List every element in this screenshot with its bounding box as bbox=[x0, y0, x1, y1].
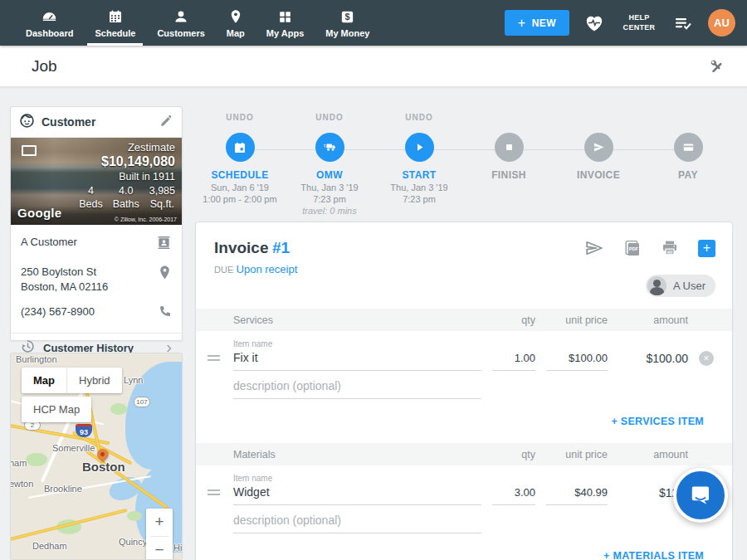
truck-icon bbox=[323, 140, 337, 154]
unit-price-column-header: unit price bbox=[546, 449, 608, 460]
amount-column-header: amount bbox=[618, 449, 688, 460]
nav-label: Dashboard bbox=[26, 28, 73, 38]
print-icon[interactable] bbox=[661, 239, 679, 257]
main-nav: Dashboard Schedule Customers Map My Apps bbox=[15, 0, 380, 46]
step-date: Thu, Jan 3 '19 bbox=[374, 183, 464, 192]
step-label: PAY bbox=[643, 169, 733, 181]
money-icon: $ bbox=[339, 7, 355, 26]
service-description-input[interactable]: description (optional) bbox=[233, 379, 481, 399]
location-pin-icon[interactable] bbox=[158, 265, 172, 284]
add-materials-item-link[interactable]: + MATERIALS ITEM bbox=[603, 550, 704, 560]
nav-item-dashboard[interactable]: Dashboard bbox=[15, 0, 84, 46]
health-heart-icon[interactable] bbox=[584, 14, 604, 32]
user-avatar[interactable]: AU bbox=[708, 9, 735, 37]
interstate-shield-93: 93 bbox=[76, 424, 92, 437]
invoice-step-button[interactable] bbox=[584, 133, 613, 162]
undo-button[interactable]: UNDO bbox=[195, 113, 285, 124]
nav-item-my-apps[interactable]: My Apps bbox=[256, 0, 315, 46]
timeline-step-pay: PAY bbox=[643, 113, 733, 216]
map-label: Brookline bbox=[44, 484, 82, 494]
top-nav: Dashboard Schedule Customers Map My Apps bbox=[0, 0, 747, 46]
baths-stat: 4.0 Baths bbox=[113, 185, 139, 211]
map-pin-icon bbox=[227, 7, 244, 26]
beds-stat: 4 Beds bbox=[79, 185, 103, 211]
zoom-in-button[interactable]: + bbox=[146, 509, 173, 536]
map-type-hybrid-button[interactable]: Hybrid bbox=[67, 368, 122, 393]
item-name-label: Item name bbox=[233, 339, 481, 348]
activity-list-icon[interactable] bbox=[674, 15, 693, 32]
material-item-unit-price-input[interactable]: $40.99 bbox=[546, 486, 608, 505]
apps-grid-icon bbox=[277, 7, 293, 26]
google-watermark: Google bbox=[17, 206, 61, 220]
map-label: Burlington bbox=[16, 354, 57, 364]
drag-handle-icon[interactable] bbox=[208, 489, 222, 505]
omw-step-button[interactable] bbox=[315, 133, 344, 162]
zillow-copyright: © Zillow, Inc. 2006-2017 bbox=[115, 217, 177, 222]
title-bar: Job bbox=[0, 46, 747, 87]
materials-section-header: Materials qty unit price amount bbox=[196, 443, 732, 465]
add-services-item-link[interactable]: + SERVICES ITEM bbox=[611, 416, 704, 427]
nav-label: My Money bbox=[325, 28, 369, 38]
undo-button[interactable]: UNDO bbox=[285, 113, 374, 124]
new-button-label: NEW bbox=[532, 17, 557, 29]
invoice-number[interactable]: #1 bbox=[272, 239, 290, 256]
due-terms-link[interactable]: Upon receipt bbox=[237, 263, 298, 275]
contact-card-icon[interactable] bbox=[156, 235, 172, 254]
nav-item-customers[interactable]: Customers bbox=[146, 0, 215, 46]
services-section-header: Services qty unit price amount bbox=[196, 309, 732, 331]
nav-item-map[interactable]: Map bbox=[216, 0, 256, 46]
invoice-actions: PDF + bbox=[584, 239, 715, 257]
new-button[interactable]: + NEW bbox=[505, 10, 569, 36]
job-tools-icon[interactable] bbox=[707, 56, 727, 76]
drag-handle-icon[interactable] bbox=[208, 355, 222, 371]
step-time: 1:00 pm - 2:00 pm bbox=[195, 194, 285, 204]
property-stats: 4 Beds 4.0 Baths 3,985 Sq.ft. bbox=[79, 185, 175, 211]
service-item-qty-input[interactable]: 1.00 bbox=[492, 352, 535, 371]
materials-section-label: Materials bbox=[233, 449, 481, 460]
hcp-map-button[interactable]: HCP Map bbox=[22, 397, 91, 422]
assigned-user-pill[interactable]: A User bbox=[646, 275, 715, 297]
start-step-button[interactable] bbox=[405, 133, 434, 162]
material-description-input[interactable]: description (optional) bbox=[233, 514, 481, 533]
chat-bubble-button[interactable] bbox=[673, 468, 728, 523]
send-invoice-icon[interactable] bbox=[584, 240, 604, 256]
nav-label: Schedule bbox=[95, 28, 135, 38]
edit-pencil-icon[interactable] bbox=[159, 114, 173, 131]
map-type-map-button[interactable]: Map bbox=[22, 368, 66, 393]
nav-item-schedule[interactable]: Schedule bbox=[84, 0, 146, 46]
zoom-out-button[interactable]: − bbox=[146, 537, 173, 560]
service-item-unit-price-input[interactable]: $100.00 bbox=[546, 352, 608, 371]
customer-card-title: Customer bbox=[42, 115, 153, 129]
step-label: SCHEDULE bbox=[195, 169, 285, 181]
nav-item-my-money[interactable]: $ My Money bbox=[315, 0, 380, 46]
unit-price-column-header: unit price bbox=[546, 314, 608, 326]
add-invoice-item-button[interactable]: + bbox=[698, 240, 715, 257]
street-view-icon[interactable] bbox=[22, 145, 37, 156]
delete-item-button[interactable]: ✕ bbox=[699, 351, 714, 366]
material-item-row: Item name Widget 3.00 $40.99 $122. bbox=[196, 474, 732, 505]
finish-step-button[interactable] bbox=[495, 133, 524, 162]
map-label: Newton bbox=[10, 479, 33, 489]
timeline-step-schedule: UNDO SCHEDULE Sun, Jan 6 '19 1:00 pm - 2… bbox=[195, 113, 285, 216]
customer-address: 250 Boylston St Boston, MA 02116 bbox=[21, 265, 108, 294]
phone-icon[interactable] bbox=[158, 304, 172, 322]
service-item-name-input[interactable]: Fix it bbox=[233, 351, 481, 371]
pdf-icon[interactable]: PDF bbox=[623, 239, 642, 257]
undo-button[interactable]: UNDO bbox=[374, 113, 464, 124]
material-item-qty-input[interactable]: 3.00 bbox=[492, 486, 535, 505]
map-card[interactable]: 2 107 93 Burlington Lynn Somerville Bost… bbox=[10, 353, 183, 560]
material-item-name-input[interactable]: Widget bbox=[233, 485, 481, 505]
assigned-user-avatar bbox=[647, 276, 666, 295]
dashboard-icon bbox=[41, 7, 58, 26]
step-travel: travel: 0 mins bbox=[285, 206, 374, 216]
stop-icon bbox=[504, 142, 515, 153]
property-photo[interactable]: Zestimate $10,149,080 Built in 1911 4 Be… bbox=[11, 138, 182, 225]
schedule-step-button[interactable] bbox=[226, 133, 255, 162]
customer-card-header: Customer bbox=[11, 107, 182, 138]
service-item-amount: $100.00 bbox=[618, 352, 688, 371]
material-item-description-row: description (optional) bbox=[196, 514, 732, 533]
customers-icon bbox=[173, 7, 189, 26]
help-center-link[interactable]: HELP CENTER bbox=[619, 13, 659, 32]
map-label: Somerville bbox=[52, 443, 95, 453]
pay-step-button[interactable] bbox=[674, 133, 703, 162]
